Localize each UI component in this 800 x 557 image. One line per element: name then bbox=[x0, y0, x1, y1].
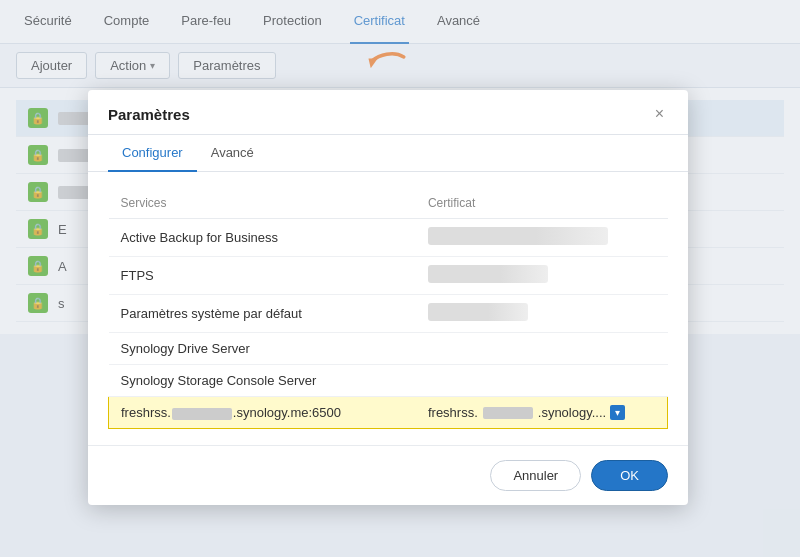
cert-dropdown[interactable]: freshrss..synology.... ▾ bbox=[428, 405, 655, 420]
modal-tabs: Configurer Avancé bbox=[88, 135, 688, 172]
table-row-selected: freshrss..synology.me:6500 freshrss..syn… bbox=[109, 397, 668, 429]
cert-value-4 bbox=[416, 333, 668, 365]
service-name: FTPS bbox=[109, 257, 416, 295]
cert-freshrss: freshrss..synology.... ▾ bbox=[416, 397, 668, 429]
table-row: Active Backup for Business bbox=[109, 219, 668, 257]
ok-button[interactable]: OK bbox=[591, 460, 668, 491]
table-row: Synology Storage Console Server bbox=[109, 365, 668, 397]
service-name: Synology Drive Server bbox=[109, 333, 416, 365]
table-row: Paramètres système par défaut bbox=[109, 295, 668, 333]
cert-dropdown-icon[interactable]: ▾ bbox=[610, 405, 625, 420]
service-name: Synology Storage Console Server bbox=[109, 365, 416, 397]
cert-value-3 bbox=[416, 295, 668, 333]
cert-value-2 bbox=[416, 257, 668, 295]
cancel-button[interactable]: Annuler bbox=[490, 460, 581, 491]
tab-avance[interactable]: Avancé bbox=[197, 135, 268, 172]
service-freshrss: freshrss..synology.me:6500 bbox=[109, 397, 416, 429]
modal-close-button[interactable]: × bbox=[651, 104, 668, 124]
modal-header: Paramètres × bbox=[88, 90, 688, 135]
service-name: Paramètres système par défaut bbox=[109, 295, 416, 333]
modal-footer: Annuler OK bbox=[88, 445, 688, 505]
parametres-modal: Paramètres × Configurer Avancé Services … bbox=[88, 90, 688, 505]
modal-body: Services Certificat Active Backup for Bu… bbox=[88, 172, 688, 445]
table-row: FTPS bbox=[109, 257, 668, 295]
modal-title: Paramètres bbox=[108, 106, 190, 123]
tab-configurer[interactable]: Configurer bbox=[108, 135, 197, 172]
col-certificat: Certificat bbox=[416, 188, 668, 219]
services-table: Services Certificat Active Backup for Bu… bbox=[108, 188, 668, 429]
service-name: Active Backup for Business bbox=[109, 219, 416, 257]
table-row: Synology Drive Server bbox=[109, 333, 668, 365]
col-services: Services bbox=[109, 188, 416, 219]
cert-value-5 bbox=[416, 365, 668, 397]
cert-value-1 bbox=[416, 219, 668, 257]
